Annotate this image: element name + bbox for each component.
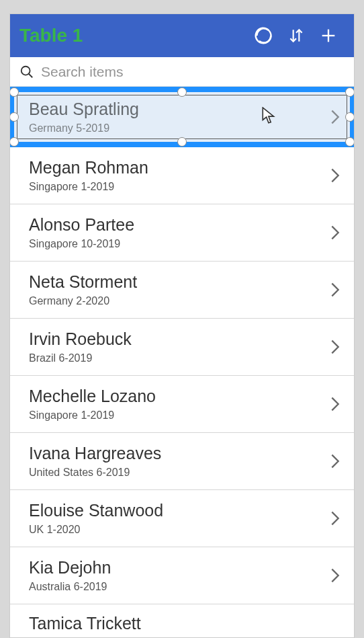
item-sub: Germany 2-2020 (29, 295, 330, 307)
list-item[interactable]: Irvin Roebuck Brazil 6-2019 (10, 319, 354, 376)
list-item[interactable]: Alonso Partee Singapore 10-2019 (10, 204, 354, 262)
app-frame: Table 1 (9, 13, 355, 638)
chevron-right-icon (330, 395, 340, 413)
sort-button[interactable] (280, 19, 312, 52)
list-item[interactable]: Kia Dejohn Australia 6-2019 (10, 547, 354, 604)
item-name: Neta Storment (29, 272, 330, 292)
item-name: Kia Dejohn (29, 558, 330, 577)
item-name: Elouise Stanwood (29, 501, 330, 520)
item-sub: Germany 5-2019 (29, 122, 330, 134)
refresh-icon (253, 26, 273, 46)
item-name: Beau Spratling (29, 99, 330, 119)
list-item[interactable]: Beau Spratling Germany 5-2019 (10, 87, 354, 147)
item-sub: UK 1-2020 (29, 524, 330, 536)
chevron-right-icon (330, 108, 340, 126)
item-sub: Brazil 6-2019 (29, 352, 330, 364)
item-name: Tamica Trickett (29, 614, 340, 633)
item-name: Megan Rohman (29, 158, 330, 177)
item-name: Alonso Partee (29, 215, 330, 235)
list-item[interactable]: Mechelle Lozano Singapore 1-2019 (10, 376, 354, 433)
chevron-right-icon (330, 337, 340, 356)
chevron-right-icon (330, 509, 340, 528)
item-sub: United States 6-2019 (29, 467, 330, 479)
chevron-right-icon (330, 566, 340, 585)
refresh-button[interactable] (248, 19, 280, 52)
svg-point-4 (21, 66, 30, 75)
item-list[interactable]: Beau Spratling Germany 5-2019 Megan Rohm… (10, 87, 354, 637)
item-sub: Singapore 1-2019 (29, 181, 330, 193)
add-button[interactable] (312, 19, 345, 52)
list-item[interactable]: Tamica Trickett (10, 604, 354, 637)
chevron-right-icon (330, 166, 340, 185)
header-bar: Table 1 (10, 14, 354, 57)
item-name: Irvin Roebuck (29, 329, 330, 349)
item-name: Ivana Hargreaves (29, 444, 330, 463)
search-icon (19, 65, 34, 79)
svg-line-5 (29, 73, 33, 77)
list-item[interactable]: Ivana Hargreaves United States 6-2019 (10, 433, 354, 490)
item-name: Mechelle Lozano (29, 387, 330, 406)
search-bar[interactable] (10, 57, 354, 87)
chevron-right-icon (330, 452, 340, 471)
list-item[interactable]: Megan Rohman Singapore 1-2019 (10, 147, 354, 204)
plus-icon (319, 26, 338, 45)
list-item[interactable]: Neta Storment Germany 2-2020 (10, 262, 354, 319)
search-input[interactable] (41, 64, 345, 80)
sort-icon (287, 27, 305, 44)
item-sub: Singapore 10-2019 (29, 238, 330, 250)
item-sub: Australia 6-2019 (29, 581, 330, 593)
list-item[interactable]: Elouise Stanwood UK 1-2020 (10, 490, 354, 547)
page-title: Table 1 (19, 25, 248, 46)
chevron-right-icon (330, 280, 340, 299)
item-sub: Singapore 1-2019 (29, 409, 330, 422)
chevron-right-icon (330, 223, 340, 242)
